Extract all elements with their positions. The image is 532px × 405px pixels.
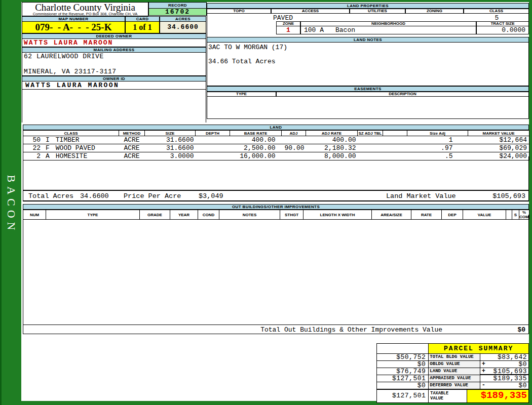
prior-appraised-value: $127,501 xyxy=(377,375,429,382)
county-title: Charlotte County Virginia xyxy=(22,3,148,12)
total-acres-value: 34.6600 xyxy=(80,192,109,200)
land-row-depth xyxy=(196,136,230,144)
easement-description-header: DESCRIPTION xyxy=(276,92,529,97)
record-value: 16702 xyxy=(148,8,207,16)
parcel-summary-header-row: PARCEL SUMMARY xyxy=(377,344,528,354)
taxable-label-line-1: TAXABLE xyxy=(430,391,467,396)
parcel-summary-row: $0 DEFERRED VALUE -$0 xyxy=(377,382,528,389)
parcel-summary: PARCEL SUMMARY $50,752 TOTAL BLDG VALUE … xyxy=(376,343,529,403)
land-row-base-rate: 400.00 xyxy=(230,136,282,144)
land-row-size: 31.6600 xyxy=(145,144,196,152)
land-row-class: TIMBER xyxy=(56,136,80,144)
utilities-column-header: UTILITIES xyxy=(350,9,405,14)
access-value: PAVED xyxy=(273,14,293,22)
land-properties-title: LAND PROPERTIES xyxy=(207,3,529,9)
land-class-header: CLASS xyxy=(23,131,119,136)
owner-empty-box xyxy=(22,90,206,123)
total-bldg-value-label: TOTAL BLDG VALUE xyxy=(429,354,480,361)
land-row-code: F xyxy=(46,144,50,152)
land-properties-panel: LAND PROPERTIES TOPO ACCESS UTILITIES ZO… xyxy=(207,3,529,9)
zone-value-row: 1 100 A Bacon 0.0000 xyxy=(276,26,529,34)
land-properties-header-row: TOPO ACCESS UTILITIES ZONING CLASS xyxy=(207,9,529,14)
owner-id-label: OWNER ID xyxy=(22,76,206,82)
class-value: 5 xyxy=(464,14,529,22)
price-per-acre-label: Price Per Acre xyxy=(124,192,181,200)
easement-type-header: TYPE xyxy=(207,92,276,97)
minus-operator: - xyxy=(482,382,485,389)
zone-column-header: ZONE xyxy=(276,21,300,26)
plus-operator: + xyxy=(482,361,485,368)
land-row-method: ACRE xyxy=(119,144,145,152)
out-buildings-empty-area xyxy=(23,215,529,325)
out-buildings-total-label: Total Out Buildings & Other Improvements… xyxy=(260,326,442,334)
appraised-value: $189,335 xyxy=(493,375,527,382)
land-row-adj: 90.00 xyxy=(282,144,306,152)
taxable-value-label: TAXABLE VALUE xyxy=(429,390,467,402)
parcel-summary-row: $50,752 TOTAL BLDG VALUE $83,642 xyxy=(377,354,528,361)
land-market-value-total: $105,693 xyxy=(492,192,525,200)
land-row-class: WOOD PAVED xyxy=(56,144,95,152)
land-properties-value-row: PAVED 5 xyxy=(207,14,529,21)
land-notes-box: 3AC TO W MORGAN (17) 34.66 Total Acres xyxy=(207,43,529,86)
land-row-method: ACRE xyxy=(119,136,145,144)
mailing-address-box: 62 LAURELWOOD DRIVE MINERAL, VA 23117-31… xyxy=(22,53,206,76)
land-row-size-adj: .97 xyxy=(407,144,468,152)
land-row-size: 31.6600 xyxy=(145,136,196,144)
parcel-summary-row: $127,501 APPRAISED VALUE $189,335 xyxy=(377,375,528,382)
topo-column-header: TOPO xyxy=(207,9,271,14)
land-row-sz-adj-tbl xyxy=(358,136,383,144)
zone-table: ZONE NEIGHBORHOOD TRACT SIZE 1 100 A Bac… xyxy=(276,21,529,34)
land-value-label: LAND VALUE xyxy=(429,368,480,375)
zone-header-row: ZONE NEIGHBORHOOD TRACT SIZE xyxy=(276,21,529,26)
zoning-column-header: ZONING xyxy=(405,9,464,14)
deferred-value: $0 xyxy=(518,382,527,389)
property-record-card: BACON Charlotte County Virginia Commissi… xyxy=(0,0,532,405)
county-subtitle: Commissioner of the Revenue, PO Box 308,… xyxy=(22,12,148,16)
zone-section: ZONE NEIGHBORHOOD TRACT SIZE 1 100 A Bac… xyxy=(207,21,529,37)
land-method-header: METHOD xyxy=(119,131,145,136)
land-row-sz-adj-tbl xyxy=(358,144,383,152)
land-note-line-2: 34.66 Total Acres xyxy=(207,58,528,72)
prior-land-value: $76,749 xyxy=(377,368,429,375)
frame-edge xyxy=(0,0,2,405)
land-row-depth xyxy=(196,144,230,152)
prior-obldg-value: $0 xyxy=(377,361,429,368)
out-buildings-total-row: Total Out Buildings & Other Improvements… xyxy=(23,325,529,334)
deferred-value-label: DEFERRED VALUE xyxy=(429,382,480,389)
parcel-summary-empty-cell xyxy=(377,344,429,354)
land-row: 22FWOOD PAVED ACRE 31.6600 2,500.00 90.0… xyxy=(23,144,529,152)
land-row-base-rate: 2,500.00 xyxy=(230,144,282,152)
land-sz-adj-tbl-header: SZ ADJ TBL xyxy=(358,131,383,136)
neighborhood-cell: 100 A Bacon xyxy=(300,26,476,34)
land-row-adj-rate: 2,180.32 xyxy=(306,144,358,152)
land-row-code: I xyxy=(46,136,50,144)
easements-header-row: TYPE DESCRIPTION xyxy=(207,92,529,97)
prior-deferred-value: $0 xyxy=(377,382,429,389)
total-acres-label: Total Acres xyxy=(28,192,73,200)
obldg-value-label: OBLDG VALUE xyxy=(429,361,480,368)
land-row-adj xyxy=(282,136,306,144)
obldg-value: $0 xyxy=(518,361,527,368)
mailing-address-label: MAILING ADDRESS xyxy=(22,47,206,53)
land-adj-rate-header: ADJ RATE xyxy=(306,131,358,136)
land-market-value-header: MARKET VALUE xyxy=(468,131,529,136)
land-totals-row: Total Acres 34.6600 Price Per Acre $3,04… xyxy=(23,190,529,201)
map-number-value: 079- - A- - - 25-K xyxy=(22,21,125,33)
zone-value: 1 xyxy=(276,26,300,34)
appraised-value-label: APPRAISED VALUE xyxy=(429,375,480,382)
access-column-header: ACCESS xyxy=(271,9,350,14)
neighborhood-name: Bacon xyxy=(335,26,355,34)
address-line-2: MINERAL, VA 23117-3117 xyxy=(22,68,206,75)
land-depth-header: DEPTH xyxy=(196,131,230,136)
land-table: CLASS METHOD SIZE DEPTH BASE RATE ADJ AD… xyxy=(23,130,529,160)
easements-empty-box xyxy=(207,97,529,119)
neighborhood-column-header: NEIGHBORHOOD xyxy=(300,21,476,26)
prior-taxable-value: $127,501 xyxy=(377,390,429,402)
neighborhood-code: 100 A xyxy=(304,26,324,34)
out-buildings-total-value: $0 xyxy=(517,326,525,334)
land-value: $105,693 xyxy=(493,368,527,375)
land-empty-area xyxy=(23,156,529,190)
land-size-header: SIZE xyxy=(145,131,196,136)
total-bldg-value: $83,642 xyxy=(498,354,527,360)
record-box: RECORD 16702 xyxy=(148,2,207,16)
